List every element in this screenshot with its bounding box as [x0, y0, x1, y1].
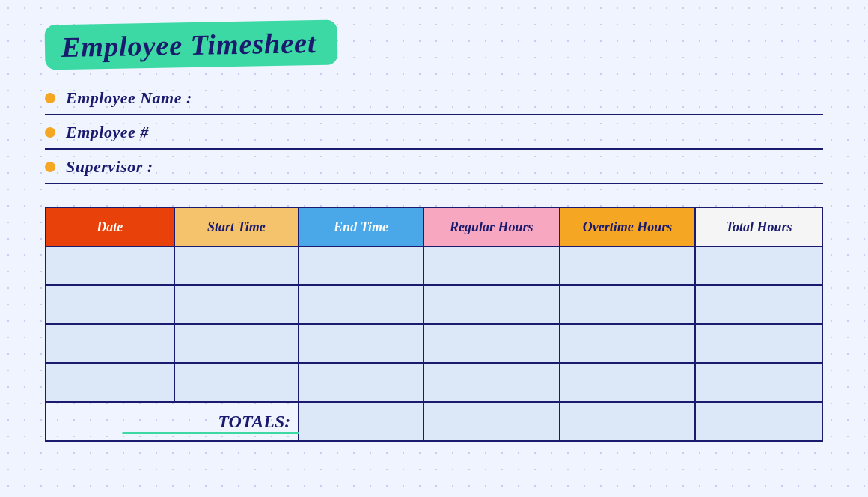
totals-label: TOTALS:	[218, 412, 290, 431]
cell-date[interactable]	[46, 324, 174, 363]
table-header-row: Date Start Time End Time Regular Hours O…	[46, 207, 822, 246]
cell-total[interactable]	[695, 363, 822, 402]
table-row	[46, 285, 822, 324]
col-header-end: End Time	[299, 207, 424, 246]
cell-end[interactable]	[299, 363, 424, 402]
title-badge: Employee Timesheet	[45, 20, 338, 70]
employee-number-row: Employee #	[45, 123, 823, 150]
col-header-overtime: Overtime Hours	[560, 207, 696, 246]
cell-start[interactable]	[174, 285, 299, 324]
cell-regular[interactable]	[424, 324, 560, 363]
cell-start[interactable]	[174, 324, 299, 363]
table-row	[46, 363, 822, 402]
employee-number-label: Employee #	[66, 123, 149, 142]
cell-date[interactable]	[46, 285, 174, 324]
col-header-start: Start Time	[174, 207, 299, 246]
cell-regular[interactable]	[424, 285, 560, 324]
supervisor-row: Supervisor :	[45, 157, 823, 184]
cell-overtime[interactable]	[560, 246, 696, 285]
cell-end[interactable]	[299, 324, 424, 363]
cell-total[interactable]	[695, 246, 822, 285]
page: Employee Timesheet Employee Name : Emplo…	[0, 0, 868, 497]
totals-label-cell: TOTALS:	[46, 402, 299, 441]
totals-extra[interactable]	[695, 402, 822, 441]
cell-date[interactable]	[46, 363, 174, 402]
totals-total[interactable]	[560, 402, 696, 441]
cell-end[interactable]	[299, 246, 424, 285]
cell-start[interactable]	[174, 363, 299, 402]
table-row	[46, 324, 822, 363]
totals-overtime[interactable]	[424, 402, 560, 441]
employee-name-label: Employee Name :	[66, 88, 192, 108]
page-title: Employee Timesheet	[61, 27, 317, 63]
col-header-regular: Regular Hours	[424, 207, 560, 246]
cell-overtime[interactable]	[560, 285, 696, 324]
cell-regular[interactable]	[424, 363, 560, 402]
cell-end[interactable]	[299, 285, 424, 324]
cell-regular[interactable]	[424, 246, 560, 285]
totals-regular[interactable]	[299, 402, 424, 441]
cell-date[interactable]	[46, 246, 174, 285]
bullet-icon	[45, 127, 55, 138]
table-row	[46, 246, 822, 285]
timesheet-table: Date Start Time End Time Regular Hours O…	[45, 207, 823, 442]
cell-start[interactable]	[174, 246, 299, 285]
col-header-date: Date	[46, 207, 174, 246]
totals-row: TOTALS:	[46, 402, 822, 441]
cell-total[interactable]	[695, 324, 822, 363]
info-section: Employee Name : Employee # Supervisor :	[45, 88, 823, 184]
cell-overtime[interactable]	[560, 324, 696, 363]
cell-overtime[interactable]	[560, 363, 696, 402]
bullet-icon	[45, 93, 55, 103]
col-header-total: Total Hours	[695, 207, 822, 246]
cell-total[interactable]	[695, 285, 822, 324]
timesheet-table-wrapper: Date Start Time End Time Regular Hours O…	[45, 207, 823, 442]
bullet-icon	[45, 162, 55, 172]
supervisor-label: Supervisor :	[66, 157, 153, 177]
employee-name-row: Employee Name :	[45, 88, 823, 115]
totals-underline	[122, 432, 299, 434]
